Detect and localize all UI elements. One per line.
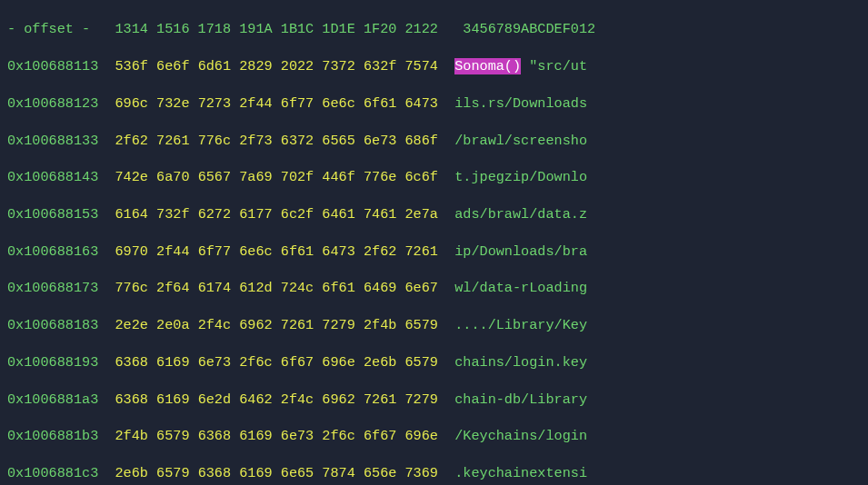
address: 0x100688123: [7, 94, 98, 113]
hex-row: 0x100688163 6970 2f44 6f77 6e6c 6f61 647…: [7, 242, 863, 261]
address: 0x100688113: [7, 57, 98, 75]
ascii-text: /brawl/screensho: [454, 132, 587, 150]
header-row: - offset - 1314 1516 1718 191A 1B1C 1D1E…: [7, 20, 863, 38]
hex-row: 0x100688183 2e2e 2e0a 2f4c 6962 7261 727…: [7, 316, 863, 334]
ascii-text: ..../Library/Key: [454, 316, 587, 334]
address: 0x100688173: [7, 279, 98, 297]
hex-row: 0x1006881a3 6368 6169 6e2d 6462 2f4c 696…: [7, 391, 863, 409]
hex-bytes: 776c 2f64 6174 612d 724c 6f61 6469 6e67: [115, 279, 438, 297]
address: 0x100688163: [7, 242, 98, 261]
address: 0x100688153: [7, 205, 98, 223]
hex-row: 0x100688133 2f62 7261 776c 2f73 6372 656…: [7, 132, 863, 150]
hex-bytes: 742e 6a70 6567 7a69 702f 446f 776e 6c6f: [115, 168, 438, 186]
hex-row: 0x1006881b3 2f4b 6579 6368 6169 6e73 2f6…: [7, 427, 863, 445]
ascii-header: 3456789ABCDEF012: [454, 21, 595, 37]
hex-row: 0x100688193 6368 6169 6e73 2f6c 6f67 696…: [7, 353, 863, 371]
hex-bytes: 2f4b 6579 6368 6169 6e73 2f6c 6f67 696e: [115, 427, 438, 445]
highlight-match: Sonoma(): [454, 58, 521, 74]
address: 0x1006881c3: [7, 464, 98, 482]
address: 0x1006881a3: [7, 391, 98, 409]
hex-row: 0x100688173 776c 2f64 6174 612d 724c 6f6…: [7, 279, 863, 297]
hex-bytes: 536f 6e6f 6d61 2829 2022 7372 632f 7574: [115, 57, 438, 75]
address: 0x1006881b3: [7, 427, 98, 445]
hex-bytes: 2e6b 6579 6368 6169 6e65 7874 656e 7369: [115, 464, 438, 482]
hex-bytes: 6164 732f 6272 6177 6c2f 6461 7461 2e7a: [115, 205, 438, 223]
hex-row: 0x100688113 536f 6e6f 6d61 2829 2022 737…: [7, 57, 863, 75]
offset-label: - offset -: [7, 21, 90, 37]
ascii-text: chain-db/Library: [454, 391, 587, 409]
hex-row: 0x100688153 6164 732f 6272 6177 6c2f 646…: [7, 205, 863, 223]
hex-row: 0x100688123 696c 732e 7273 2f44 6f77 6e6…: [7, 94, 863, 113]
address: 0x100688143: [7, 168, 98, 186]
ascii-text: chains/login.key: [454, 353, 587, 371]
column-offsets: 1314 1516 1718 191A 1B1C 1D1E 1F20 2122: [115, 21, 437, 37]
ascii-text: ils.rs/Downloads: [454, 94, 587, 113]
address: 0x100688133: [7, 132, 98, 150]
ascii-text: t.jpegzip/Downlo: [454, 168, 587, 186]
ascii-text: wl/data-rLoading: [454, 279, 587, 297]
ascii-text: ads/brawl/data.z: [454, 205, 587, 223]
address: 0x100688193: [7, 353, 98, 371]
ascii-text: .keychainextensi: [454, 464, 587, 482]
hex-bytes: 2e2e 2e0a 2f4c 6962 7261 7279 2f4b 6579: [115, 316, 438, 334]
hex-bytes: 6368 6169 6e73 2f6c 6f67 696e 2e6b 6579: [115, 353, 438, 371]
hex-bytes: 2f62 7261 776c 2f73 6372 6565 6e73 686f: [115, 132, 438, 150]
ascii-text: ip/Downloads/bra: [454, 242, 587, 261]
ascii-text: Sonoma() "src/ut: [454, 57, 587, 75]
hex-bytes: 6368 6169 6e2d 6462 2f4c 6962 7261 7279: [115, 391, 438, 409]
hex-bytes: 6970 2f44 6f77 6e6c 6f61 6473 2f62 7261: [115, 242, 438, 261]
ascii-text: /Keychains/login: [454, 427, 587, 445]
hex-row: 0x100688143 742e 6a70 6567 7a69 702f 446…: [7, 168, 863, 186]
hex-bytes: 696c 732e 7273 2f44 6f77 6e6c 6f61 6473: [115, 94, 438, 113]
hexdump-terminal[interactable]: - offset - 1314 1516 1718 191A 1B1C 1D1E…: [0, 0, 868, 485]
hex-row: 0x1006881c3 2e6b 6579 6368 6169 6e65 787…: [7, 464, 863, 482]
address: 0x100688183: [7, 316, 98, 334]
